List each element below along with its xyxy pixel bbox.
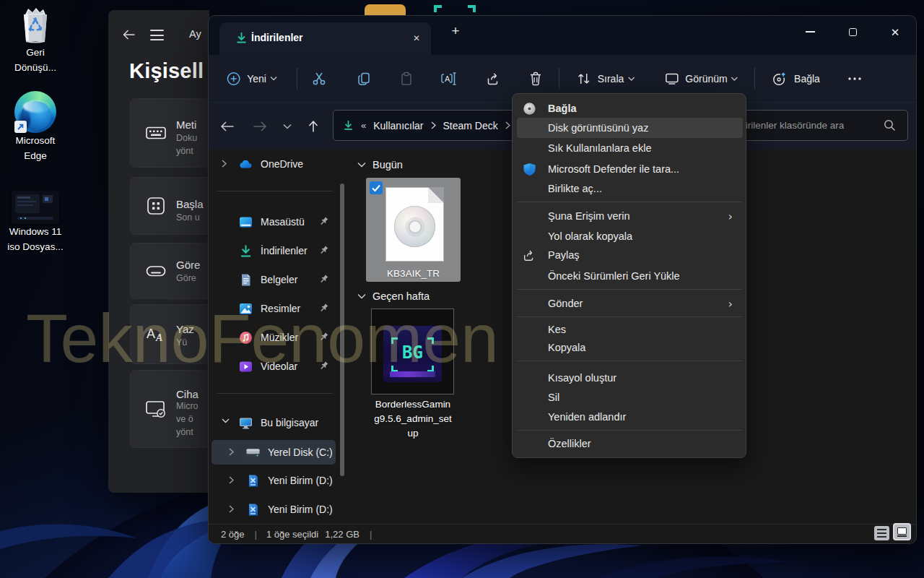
context-menu-item[interactable]: Sık Kullanılanlara ekle <box>517 138 743 158</box>
back-arrow-icon[interactable] <box>123 30 135 40</box>
context-menu-item-label: Şuna Erişim verin <box>548 210 630 222</box>
more-options-button[interactable] <box>848 77 861 80</box>
view-button[interactable]: Görünüm <box>665 73 738 85</box>
settings-card-title: Ciha <box>176 388 199 400</box>
back-button[interactable] <box>221 121 235 131</box>
context-menu-item[interactable]: Disk görüntüsünü yaz <box>517 118 743 138</box>
search-input[interactable]: İndirilenler klasöründe ara <box>723 110 908 141</box>
recent-locations-button[interactable] <box>283 124 292 129</box>
chevron-icon[interactable] <box>222 246 230 255</box>
desktop-icon <box>239 215 253 229</box>
breadcrumb-kullanicilar[interactable]: Kullanıcılar <box>373 120 423 131</box>
tab-indirilenler[interactable]: İndirilenler ✕ <box>219 22 431 55</box>
context-menu-item[interactable]: Kopyala <box>517 337 743 358</box>
context-menu-item[interactable]: Yeniden adlandır <box>517 407 743 427</box>
context-menu-item[interactable]: Özellikler <box>517 434 743 454</box>
context-menu-item[interactable]: Önceki Sürümleri Geri Yükle <box>517 266 743 286</box>
file-kb3aik-tr[interactable]: KB3AIK_TR <box>366 178 461 282</box>
new-tab-button[interactable]: + <box>448 23 463 39</box>
desktop-icon-microsoft-edge[interactable]: Microsoft Edge <box>1 91 70 163</box>
app-icon[interactable] <box>434 5 442 12</box>
hamburger-menu-icon[interactable] <box>150 30 164 40</box>
sidebar-item[interactable]: İndirilenler <box>212 238 336 263</box>
cut-button[interactable] <box>312 72 326 86</box>
up-button[interactable] <box>308 120 318 132</box>
context-menu-item[interactable]: Gönder › <box>517 293 743 314</box>
sidebar-item[interactable]: Masaüstü <box>212 210 336 234</box>
settings-card[interactable]: Başla Son u <box>130 177 209 235</box>
breadcrumb-overflow[interactable]: « <box>361 120 366 131</box>
rename-icon: A <box>441 72 457 86</box>
share-icon <box>487 72 502 85</box>
chevron-down-icon[interactable] <box>357 162 366 168</box>
context-menu-item[interactable]: Bağla <box>517 98 743 118</box>
context-menu-item[interactable]: Kes <box>517 319 743 340</box>
desktop-icon-recycle-bin[interactable]: Geri Dönüşü... <box>1 6 70 75</box>
sidebar-item[interactable]: Yerel Disk (C:) <box>212 440 336 465</box>
search-icon[interactable] <box>884 119 896 131</box>
sidebar-item-label: Yerel Disk (C:) <box>268 447 333 458</box>
chevron-icon[interactable] <box>229 448 237 457</box>
thumbnail-view-button[interactable] <box>893 523 911 540</box>
sidebar-item[interactable]: Belgeler <box>212 267 336 292</box>
context-menu-item[interactable]: Kısayol oluştur <box>517 368 743 388</box>
sidebar-item[interactable]: Yeni Birim (D:) <box>212 497 336 522</box>
app-icon[interactable] <box>468 5 476 12</box>
sort-button[interactable]: Sırala <box>577 72 635 85</box>
hdd-icon <box>246 446 260 460</box>
checkbox-checked[interactable] <box>370 181 383 194</box>
settings-card[interactable]: Göre Göre <box>130 243 209 299</box>
breadcrumb-steam-deck[interactable]: Steam Deck <box>443 120 498 131</box>
desktop-icon-label: Windows 11 iso Dosyas... <box>1 224 70 254</box>
details-view-button[interactable] <box>874 526 889 540</box>
group-header-today[interactable]: Bugün <box>357 158 403 171</box>
settings-card[interactable]: Ciha Microve öyönt <box>130 370 209 448</box>
group-header-label: Bugün <box>372 159 403 171</box>
context-menu-item[interactable]: Şuna Erişim verin › <box>517 206 743 226</box>
context-menu-item[interactable]: Microsoft Defender ile tara... <box>517 159 743 179</box>
chevron-icon[interactable] <box>222 275 230 284</box>
chevron-icon[interactable] <box>222 418 230 427</box>
delete-button[interactable] <box>529 72 542 86</box>
close-window-button[interactable]: ✕ <box>879 16 912 48</box>
chevron-icon[interactable] <box>229 505 237 514</box>
settings-card[interactable]: Meti Dokuyönt <box>130 98 209 168</box>
share-button[interactable] <box>487 72 502 85</box>
chevron-icon[interactable] <box>229 476 237 485</box>
context-menu-item-label: Sil <box>548 392 559 403</box>
share-icon <box>523 249 536 262</box>
rename-button[interactable]: A <box>441 72 457 86</box>
desktop-icon-windows11-iso[interactable]: Windows 11 iso Dosyas... <box>1 191 70 254</box>
sidebar-item[interactable]: Bu bilgisayar <box>212 410 336 435</box>
chevron-icon[interactable] <box>222 217 230 226</box>
mount-button[interactable]: Bağla <box>772 72 824 86</box>
chevron-icon[interactable] <box>222 160 230 168</box>
tab-close-button[interactable]: ✕ <box>410 32 423 45</box>
settings-card-subtitle: ve ö <box>176 414 193 424</box>
context-menu-item-label: Özellikler <box>548 438 591 449</box>
folder-icon[interactable] <box>365 4 406 16</box>
sidebar-item-label: Yeni Birim (D:) <box>268 475 333 486</box>
copy-button[interactable] <box>357 72 371 86</box>
paste-icon <box>399 72 414 86</box>
chevron-down-icon[interactable] <box>357 293 366 299</box>
context-menu-item[interactable]: Yol olarak kopyala <box>517 226 743 246</box>
view-icon <box>665 73 679 85</box>
new-button[interactable]: Yeni <box>227 72 277 85</box>
context-menu-item[interactable]: Sil <box>517 387 743 407</box>
context-menu-item-label: Yeniden adlandır <box>548 411 626 423</box>
sidebar-item[interactable]: OneDrive <box>212 152 336 176</box>
context-menu-item[interactable]: Paylaş <box>517 245 743 265</box>
defender-icon <box>523 163 536 176</box>
context-menu-item[interactable]: Birlikte aç... <box>517 178 743 199</box>
volume-icon <box>246 503 260 517</box>
maximize-button[interactable] <box>836 16 869 48</box>
sidebar-item[interactable]: Yeni Birim (D:) <box>212 468 336 493</box>
forward-button[interactable] <box>253 121 267 131</box>
view-toggle-group <box>874 523 911 540</box>
view-button-label: Görünüm <box>685 73 727 85</box>
context-menu-separator <box>518 361 742 361</box>
minimize-button[interactable] <box>793 16 827 48</box>
context-menu: Bağla Disk görüntüsünü yaz Sık Kullanıla… <box>512 93 746 458</box>
paste-button[interactable] <box>399 72 414 86</box>
